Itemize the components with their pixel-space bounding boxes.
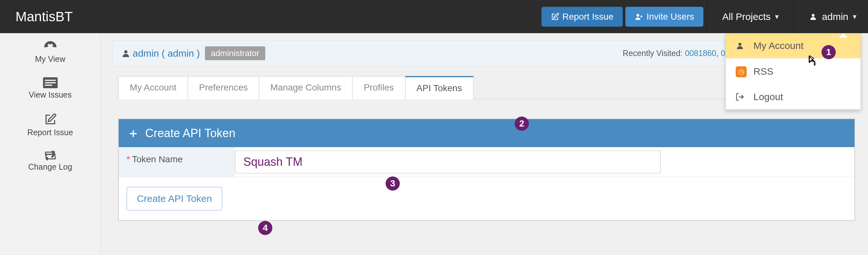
svg-point-1 xyxy=(812,14,815,17)
brand-logo[interactable]: MantisBT xyxy=(0,9,88,25)
dropdown-logout[interactable]: Logout xyxy=(726,84,861,109)
annotation-badge-2: 2 xyxy=(515,116,529,131)
sidebar-label: My View xyxy=(35,54,65,64)
dashboard-icon xyxy=(43,40,58,52)
project-selector-label: All Projects xyxy=(722,11,771,22)
annotation-badge-1: 1 xyxy=(822,45,836,59)
svg-rect-7 xyxy=(45,82,56,83)
form-row-token-name: *Token Name xyxy=(119,147,855,177)
dropdown-label: My Account xyxy=(753,40,803,51)
svg-point-4 xyxy=(49,42,51,44)
user-icon xyxy=(121,49,131,58)
sidebar-item-change-log[interactable]: Change Log xyxy=(0,144,100,179)
report-issue-button[interactable]: Report Issue xyxy=(541,7,623,27)
dropdown-rss[interactable]: ◷ RSS xyxy=(726,58,861,84)
divider xyxy=(707,0,707,33)
invite-users-button[interactable]: Invite Users xyxy=(625,7,704,27)
user-plus-icon xyxy=(635,12,643,21)
plus-icon: ＋ xyxy=(127,125,140,141)
breadcrumb-user-link[interactable]: admin ( admin ) xyxy=(133,48,200,59)
sidebar-item-report-issue[interactable]: Report Issue xyxy=(0,107,100,144)
list-icon xyxy=(43,77,58,88)
rss-icon: ◷ xyxy=(735,65,747,77)
role-badge: administrator xyxy=(205,46,265,60)
svg-point-2 xyxy=(46,45,48,47)
edit-icon xyxy=(44,113,57,126)
svg-point-3 xyxy=(52,45,54,47)
tab-my-account[interactable]: My Account xyxy=(118,76,188,99)
user-icon xyxy=(809,12,817,21)
tab-preferences[interactable]: Preferences xyxy=(187,76,259,99)
sidebar-label: Change Log xyxy=(28,162,72,172)
chevron-down-icon: ▾ xyxy=(775,12,779,21)
retweet-icon xyxy=(43,151,58,160)
sidebar-label: Report Issue xyxy=(27,128,73,137)
sidebar-item-view-issues[interactable]: View Issues xyxy=(0,71,100,107)
svg-point-0 xyxy=(637,14,640,17)
chevron-down-icon: ▾ xyxy=(853,12,857,21)
cursor-icon xyxy=(806,55,816,67)
divider xyxy=(794,0,794,33)
sidebar: My View View Issues Report Issue Change … xyxy=(0,33,101,255)
recent-issue-link[interactable]: 0081860 xyxy=(685,49,716,58)
logout-icon xyxy=(735,93,747,101)
dropdown-label: Logout xyxy=(753,92,783,102)
dropdown-label: RSS xyxy=(753,66,773,77)
invite-users-label: Invite Users xyxy=(646,11,694,22)
create-token-panel: ＋ Create API Token *Token Name Create AP… xyxy=(118,118,855,221)
user-dropdown: My Account ◷ RSS Logout xyxy=(725,33,861,110)
annotation-badge-4: 4 xyxy=(258,221,272,235)
required-asterisk: * xyxy=(126,154,130,164)
edit-icon xyxy=(551,12,559,21)
dropdown-my-account[interactable]: My Account xyxy=(726,33,861,58)
token-name-input[interactable] xyxy=(235,150,661,174)
sidebar-label: View Issues xyxy=(29,90,72,100)
top-navbar: MantisBT Report Issue Invite Users All P… xyxy=(0,0,868,33)
svg-point-10 xyxy=(738,43,741,46)
project-selector[interactable]: All Projects ▾ xyxy=(711,0,790,33)
create-api-token-button[interactable]: Create API Token xyxy=(126,187,222,211)
svg-rect-6 xyxy=(45,80,56,81)
panel-title: Create API Token xyxy=(145,126,236,140)
tab-profiles[interactable]: Profiles xyxy=(352,76,405,99)
recent-label: Recently Visited: xyxy=(623,49,683,58)
panel-header: ＋ Create API Token xyxy=(119,119,855,147)
tab-api-tokens[interactable]: API Tokens xyxy=(405,76,474,99)
sidebar-item-my-view[interactable]: My View xyxy=(0,33,100,71)
svg-point-9 xyxy=(124,50,127,53)
token-name-label: *Token Name xyxy=(119,147,235,177)
svg-rect-8 xyxy=(45,85,52,86)
user-icon xyxy=(735,41,747,50)
tab-manage-columns[interactable]: Manage Columns xyxy=(259,76,353,99)
annotation-badge-3: 3 xyxy=(385,176,400,191)
user-menu[interactable]: admin ▾ xyxy=(797,0,868,33)
report-issue-label: Report Issue xyxy=(562,11,614,22)
username-label: admin xyxy=(822,11,848,22)
